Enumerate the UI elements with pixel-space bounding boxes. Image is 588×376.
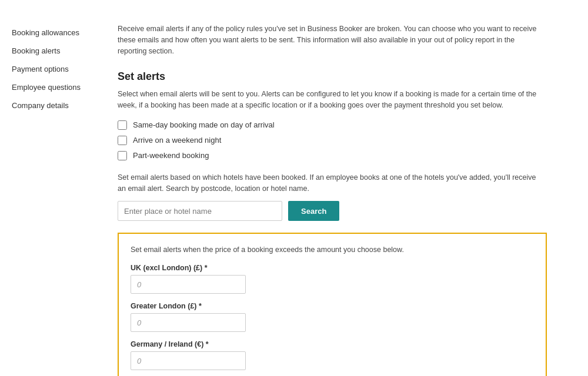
field-group-uk: UK (excl London) (£) * bbox=[131, 264, 534, 294]
checkbox-weekend-night[interactable] bbox=[118, 136, 127, 145]
field-input-germany[interactable] bbox=[131, 351, 246, 370]
top-description: Receive email alerts if any of the polic… bbox=[118, 24, 541, 56]
checkbox-item-part-weekend: Part-weekend booking bbox=[118, 151, 564, 160]
alert-box: Set email alerts when the price of a boo… bbox=[118, 233, 547, 376]
field-input-london[interactable] bbox=[131, 313, 246, 332]
checkbox-label-weekend-night: Arrive on a weekend night bbox=[133, 136, 221, 145]
search-button[interactable]: Search bbox=[288, 201, 339, 221]
sidebar-item-payment-options[interactable]: Payment options bbox=[12, 60, 94, 78]
field-input-uk[interactable] bbox=[131, 275, 246, 294]
sidebar: Booking allowances Booking alerts Paymen… bbox=[0, 0, 106, 376]
sidebar-item-employee-questions[interactable]: Employee questions bbox=[12, 78, 94, 96]
field-group-london: Greater London (£) * bbox=[131, 302, 534, 332]
checkbox-same-day[interactable] bbox=[118, 120, 127, 130]
search-input[interactable] bbox=[118, 201, 282, 221]
field-group-germany: Germany / Ireland (€) * bbox=[131, 340, 534, 370]
checkbox-item-same-day: Same-day booking made on day of arrival bbox=[118, 120, 564, 130]
checkbox-label-part-weekend: Part-weekend booking bbox=[133, 151, 209, 160]
field-label-uk: UK (excl London) (£) * bbox=[131, 264, 534, 272]
alert-box-description: Set email alerts when the price of a boo… bbox=[131, 244, 534, 256]
sidebar-item-booking-allowances[interactable]: Booking allowances bbox=[12, 24, 94, 42]
checkbox-item-weekend-night: Arrive on a weekend night bbox=[118, 136, 564, 145]
sidebar-item-company-details[interactable]: Company details bbox=[12, 96, 94, 115]
section-description: Select when email alerts will be sent to… bbox=[118, 89, 541, 111]
search-row: Search bbox=[118, 201, 564, 221]
field-label-london: Greater London (£) * bbox=[131, 302, 534, 310]
checkbox-group: Same-day booking made on day of arrival … bbox=[118, 120, 564, 160]
search-description: Set email alerts based on which hotels h… bbox=[118, 172, 541, 194]
main-content: Receive email alerts if any of the polic… bbox=[106, 0, 588, 376]
field-label-germany: Germany / Ireland (€) * bbox=[131, 340, 534, 348]
checkbox-part-weekend[interactable] bbox=[118, 151, 127, 160]
checkbox-label-same-day: Same-day booking made on day of arrival bbox=[133, 120, 275, 129]
sidebar-item-booking-alerts[interactable]: Booking alerts bbox=[12, 42, 94, 60]
section-title: Set alerts bbox=[118, 70, 564, 83]
